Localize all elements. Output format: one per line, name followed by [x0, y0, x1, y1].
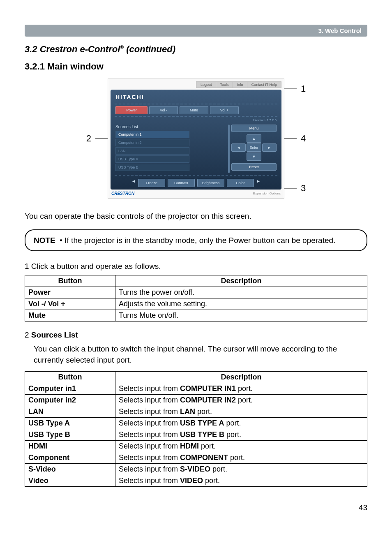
page-number: 43	[25, 503, 367, 512]
expansion-options[interactable]: Expansion Options	[253, 192, 281, 195]
table-row: Power Turns the power on/off.	[25, 287, 367, 298]
note-text: • If the projector is in the standby mod…	[60, 236, 335, 245]
t2-btn: LAN	[25, 406, 115, 418]
figure-main-window: 2 LogoutToolsInfoContact IT Help HITACHI…	[25, 79, 367, 199]
hitachi-logo: HITACHI	[115, 94, 277, 100]
step-2-text: You can click a button to switch the inp…	[34, 344, 367, 365]
button-table-2: Button Description Computer in1Selects i…	[25, 371, 367, 487]
reset-button[interactable]: Reset	[231, 163, 277, 171]
contrast-button[interactable]: Contrast	[168, 179, 195, 187]
dpad-right-button[interactable]: ►	[262, 143, 277, 152]
intro-text: You can operate the basic controls of th…	[25, 211, 367, 222]
crestron-screenshot: LogoutToolsInfoContact IT Help HITACHI P…	[108, 79, 284, 199]
t2-desc: Selects input from LAN port.	[115, 406, 367, 418]
section-title: 3.2 Crestron e-Control® (continued)	[25, 44, 367, 55]
table-row: LANSelects input from LAN port.	[25, 406, 367, 418]
section-title-text: 3.2 Crestron e-Control	[25, 44, 120, 54]
table-row: Mute Turns Mute on/off.	[25, 310, 367, 321]
table-row: USB Type ASelects input from USB TYPE A …	[25, 418, 367, 429]
dpad-up-button[interactable]: ▲	[247, 134, 261, 143]
t2-btn: Video	[25, 475, 115, 487]
t2-header-button: Button	[25, 372, 115, 383]
t2-btn: USB Type A	[25, 418, 115, 429]
t2-btn: Component	[25, 452, 115, 464]
t2-desc: Selects input from COMPUTER IN1 port.	[115, 383, 367, 395]
mute-button[interactable]: Mute	[180, 106, 208, 114]
t1-header-desc: Description	[115, 275, 367, 287]
button-table-1: Button Description Power Turns the power…	[25, 275, 367, 321]
table-row: HDMISelects input from HDMI port.	[25, 441, 367, 452]
callout-2: 2	[82, 133, 95, 144]
callout-1: 1	[297, 83, 310, 94]
color-button[interactable]: Color	[227, 179, 254, 187]
crestron-logo: CRESTRON	[111, 191, 134, 196]
t2-desc: Selects input from COMPUTER IN2 port.	[115, 395, 367, 406]
subsection-title: 3.2.1 Main window	[25, 61, 367, 72]
scrollbar[interactable]	[228, 125, 230, 173]
tab-info[interactable]: Info	[233, 81, 248, 88]
scroll-area	[194, 125, 227, 173]
table-row: Vol -/ Vol + Adjusts the volume setting.	[25, 298, 367, 310]
t1-r1-btn: Vol -/ Vol +	[25, 298, 115, 310]
vol-down-button[interactable]: Vol -	[149, 106, 178, 114]
source-computer2[interactable]: Computer in 2	[115, 139, 189, 146]
scroll-left-icon[interactable]: ◄	[131, 179, 136, 187]
t2-desc: Selects input from COMPONENT port.	[115, 452, 367, 464]
t2-desc: Selects input from VIDEO port.	[115, 475, 367, 487]
step-1-text: 1 Click a button and operate as follows.	[25, 262, 367, 271]
t2-desc: Selects input from USB TYPE A port.	[115, 418, 367, 429]
screenshot-tabs: LogoutToolsInfoContact IT Help	[111, 81, 281, 88]
t2-btn: S-Video	[25, 464, 115, 475]
top-button-row: Power Vol - Mute Vol +	[115, 106, 277, 114]
t2-desc: Selects input from USB TYPE B port.	[115, 429, 367, 441]
t1-header-button: Button	[25, 275, 115, 287]
tab-logout[interactable]: Logout	[196, 81, 217, 88]
source-computer1[interactable]: Computer in 1	[115, 131, 189, 138]
t1-r0-desc: Turns the power on/off.	[115, 287, 367, 298]
freeze-button[interactable]: Freeze	[138, 179, 165, 187]
control-panel: HITACHI Power Vol - Mute Vol + Interface…	[111, 90, 281, 190]
chapter-header: 3. Web Control	[25, 25, 367, 37]
sources-list-panel: Sources List Computer in 1 Computer in 2…	[115, 125, 189, 173]
t1-r2-desc: Turns Mute on/off.	[115, 310, 367, 321]
table-row: ComponentSelects input from COMPONENT po…	[25, 452, 367, 464]
interface-version: Interface 2.7.2.5	[115, 118, 277, 122]
power-button[interactable]: Power	[115, 106, 148, 114]
screenshot-footer: CRESTRON Expansion Options	[111, 190, 281, 196]
t2-header-desc: Description	[115, 372, 367, 383]
sources-list-title: Sources List	[115, 125, 189, 129]
section-title-suffix: (continued)	[124, 44, 175, 54]
callout-3: 3	[297, 183, 310, 194]
dpad: ▲ ◄ Enter ► ▼	[231, 134, 277, 161]
source-usb-b[interactable]: USB Type B	[115, 164, 189, 171]
table-row: VideoSelects input from VIDEO port.	[25, 475, 367, 487]
t1-r1-desc: Adjusts the volume setting.	[115, 298, 367, 310]
dpad-down-button[interactable]: ▼	[247, 153, 261, 161]
note-label: NOTE	[34, 236, 55, 245]
t2-desc: Selects input from S-VIDEO port.	[115, 464, 367, 475]
t1-r0-btn: Power	[25, 287, 115, 298]
registered-mark: ®	[120, 44, 124, 50]
vol-up-button[interactable]: Vol +	[210, 106, 239, 114]
enter-button[interactable]: Enter	[247, 143, 261, 152]
scroll-right-icon[interactable]: ►	[256, 179, 261, 187]
t2-btn: Computer in1	[25, 383, 115, 395]
table-row: Computer in2Selects input from COMPUTER …	[25, 395, 367, 406]
tab-contact[interactable]: Contact IT Help	[247, 81, 281, 88]
t1-r2-btn: Mute	[25, 310, 115, 321]
step-2-heading: 2 Sources List	[25, 331, 367, 340]
source-usb-a[interactable]: USB Type A	[115, 155, 189, 163]
callout-line	[95, 138, 108, 139]
dpad-left-button[interactable]: ◄	[231, 143, 246, 152]
table-row: S-VideoSelects input from S-VIDEO port.	[25, 464, 367, 475]
menu-button[interactable]: Menu	[231, 125, 277, 132]
t2-btn: Computer in2	[25, 395, 115, 406]
sources-list-heading: Sources List	[31, 331, 78, 339]
t2-desc: Selects input from HDMI port.	[115, 441, 367, 452]
tab-tools[interactable]: Tools	[216, 81, 233, 88]
source-lan[interactable]: LAN	[115, 147, 189, 155]
brightness-button[interactable]: Brightness	[197, 179, 224, 187]
note-box: NOTE • If the projector is in the standb…	[25, 229, 367, 252]
step-2-num: 2	[25, 331, 31, 339]
nav-panel: Menu ▲ ◄ Enter ► ▼ Reset	[231, 125, 277, 173]
